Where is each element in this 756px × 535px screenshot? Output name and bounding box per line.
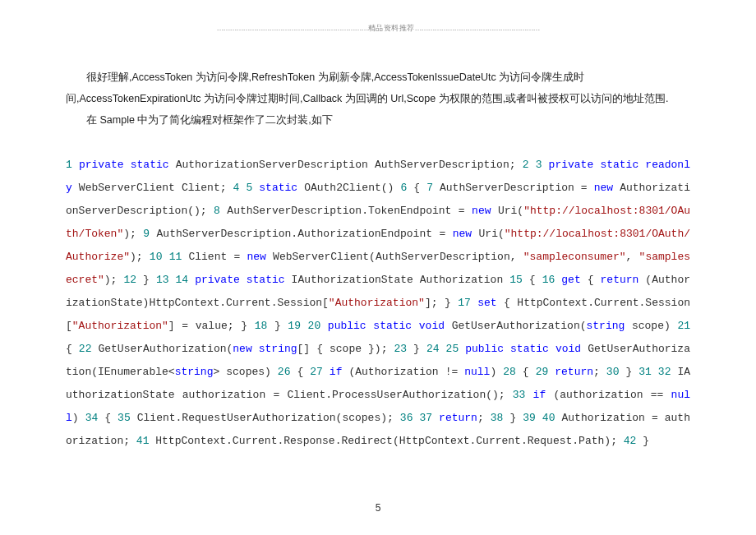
line-num: 3 xyxy=(536,159,542,171)
code-text: scope) xyxy=(625,320,677,332)
kw: new xyxy=(594,182,613,194)
code-text: AuthorizationServerDescription AuthServe… xyxy=(169,159,523,171)
code-text: } xyxy=(136,274,156,286)
line-num: 13 xyxy=(156,274,169,286)
code-text: } xyxy=(503,412,523,424)
paragraph-1: 很好理解,AccessToken 为访问令牌,RefreshToken 为刷新令… xyxy=(66,67,690,109)
code-text: { xyxy=(66,343,79,355)
code-text: AuthServerDescription.AuthorizationEndpo… xyxy=(150,228,453,240)
kw: new xyxy=(472,205,491,217)
code-text: } xyxy=(407,343,426,355)
string: "Authorization" xyxy=(329,297,425,309)
code-text: ); xyxy=(130,251,150,263)
code-text: GetUserAuthorization( xyxy=(91,343,233,355)
line-num: 33 xyxy=(513,389,526,401)
kw: if xyxy=(330,366,343,378)
line-num: 11 xyxy=(169,251,182,263)
kw: set xyxy=(477,297,496,309)
code-text: ) xyxy=(72,412,85,424)
line-num: 20 xyxy=(308,320,321,332)
line-num: 21 xyxy=(677,320,690,332)
line-num: 26 xyxy=(278,366,291,378)
line-num: 10 xyxy=(150,251,163,263)
line-num: 35 xyxy=(118,412,131,424)
document-page: ……………………………………………………………精品资料推荐……………………………… xyxy=(0,0,756,535)
code-text: OAuth2Client() xyxy=(297,182,400,194)
string: "sampleconsumer" xyxy=(523,251,626,263)
line-num: 32 xyxy=(658,366,671,378)
line-num: 36 xyxy=(400,412,413,424)
code-text: ); xyxy=(123,228,143,240)
kw: static xyxy=(247,274,285,286)
kw: return xyxy=(439,412,477,424)
kw: return xyxy=(601,274,639,286)
code-text: WebServerClient Client; xyxy=(72,182,233,194)
line-num: 14 xyxy=(176,274,189,286)
line-num: 38 xyxy=(491,412,504,424)
line-num: 2 xyxy=(523,159,529,171)
line-num: 24 xyxy=(426,343,440,355)
line-num: 34 xyxy=(85,412,99,424)
code-text: } xyxy=(636,435,649,447)
code-text: HttpContext.Current.Response.Redirect(Ht… xyxy=(149,435,623,447)
code-text: Uri( xyxy=(472,228,505,240)
code-text: IAuthorizationState Authorization xyxy=(285,274,510,286)
line-num: 16 xyxy=(542,274,555,286)
kw: string xyxy=(259,343,297,355)
code-text: ]; } xyxy=(425,297,458,309)
line-num: 41 xyxy=(136,435,150,447)
code-text: , xyxy=(626,251,639,263)
header-dots-left: …………………………………………………………… xyxy=(217,24,368,32)
code-text: [] { scope }); xyxy=(297,343,394,355)
kw: string xyxy=(175,366,214,378)
string: "Authorization" xyxy=(72,320,168,332)
kw: return xyxy=(555,366,593,378)
line-num: 25 xyxy=(446,343,459,355)
kw: static xyxy=(510,343,549,355)
kw: if xyxy=(533,389,546,401)
line-num: 39 xyxy=(523,412,536,424)
line-num: 17 xyxy=(458,297,471,309)
line-num: 7 xyxy=(426,182,433,194)
code-text: AuthServerDescription.TokenEndpoint = xyxy=(220,205,472,217)
kw: public xyxy=(328,320,366,332)
kw: get xyxy=(561,274,580,286)
line-num: 4 xyxy=(233,182,240,194)
kw: static xyxy=(373,320,412,332)
code-text: ; xyxy=(593,366,606,378)
code-text: ; xyxy=(477,412,491,424)
line-num: 31 xyxy=(638,366,652,378)
line-num: 1 xyxy=(66,159,72,171)
code-text: { xyxy=(523,274,542,286)
kw: public xyxy=(465,343,504,355)
code-text: AuthServerDescription = xyxy=(433,182,594,194)
kw: private xyxy=(79,159,124,171)
kw: null xyxy=(464,366,490,378)
kw: string xyxy=(586,320,625,332)
code-text: Uri( xyxy=(491,205,524,217)
kw: new xyxy=(453,228,472,240)
code-text: GetUserAuthorization( xyxy=(445,320,586,332)
line-num: 30 xyxy=(606,366,620,378)
code-text: ] = value; } xyxy=(168,320,255,332)
code-text: > scopes) xyxy=(213,366,277,378)
kw: static xyxy=(131,159,169,171)
line-num: 8 xyxy=(214,205,220,217)
code-text: ); xyxy=(104,274,124,286)
line-num: 22 xyxy=(79,343,92,355)
line-num: 27 xyxy=(310,366,323,378)
code-block: 1 private static AuthorizationServerDesc… xyxy=(66,154,690,453)
line-num: 15 xyxy=(509,274,523,286)
kw: private xyxy=(195,274,240,286)
code-text: { xyxy=(98,412,118,424)
paragraph-2: 在 Sample 中为了简化编程对框架作了二次封装,如下 xyxy=(66,109,690,131)
code-text: ) xyxy=(490,366,503,378)
line-num: 12 xyxy=(123,274,136,286)
page-number: 5 xyxy=(0,502,756,514)
header-dots-right: ………………………………………………… xyxy=(415,24,540,32)
code-text: (authorization == xyxy=(546,389,671,401)
line-num: 9 xyxy=(143,228,150,240)
kw: static xyxy=(259,182,297,194)
code-text: WebServerClient(AuthServerDescription, xyxy=(266,251,523,263)
page-header: ……………………………………………………………精品资料推荐……………………………… xyxy=(66,23,690,34)
